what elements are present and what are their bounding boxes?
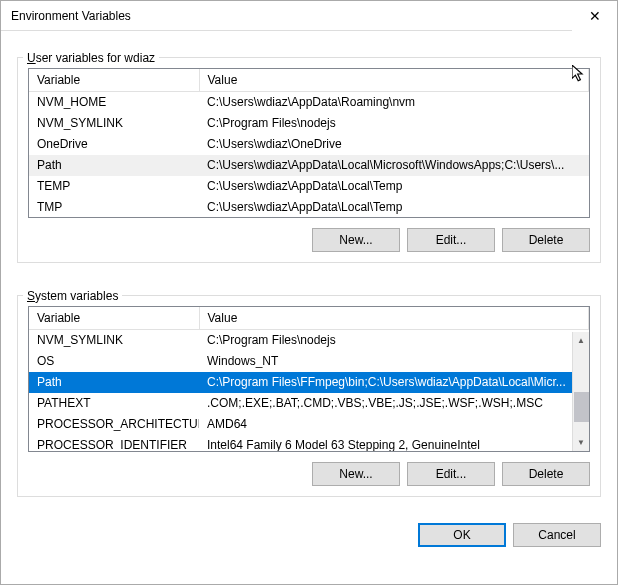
cell-val: C:\Users\wdiaz\AppData\Local\Microsoft\W… [199, 155, 589, 176]
system-scrollbar[interactable]: ▲ ▼ [572, 332, 589, 451]
sys-col-header-val[interactable]: Value [199, 307, 589, 330]
cell-var: PATHEXT [29, 393, 199, 414]
dialog-body: User variables for wdiaz Variable Value … [1, 31, 617, 527]
window-title: Environment Variables [11, 9, 572, 23]
user-edit-button[interactable]: Edit... [407, 228, 495, 252]
cell-val: C:\Users\wdiaz\AppData\Roaming\nvm [199, 92, 589, 114]
scroll-up-arrow-icon[interactable]: ▲ [573, 332, 589, 349]
cell-var: TEMP [29, 176, 199, 197]
table-row[interactable]: PathC:\Program Files\FFmpeg\bin;C:\Users… [29, 372, 589, 393]
table-row[interactable]: OSWindows_NT [29, 351, 589, 372]
table-row[interactable]: NVM_SYMLINKC:\Program Files\nodejs [29, 113, 589, 134]
titlebar: Environment Variables ✕ [1, 1, 617, 31]
cell-val: C:\Users\wdiaz\AppData\Local\Temp [199, 176, 589, 197]
cell-val: Intel64 Family 6 Model 63 Stepping 2, Ge… [199, 435, 589, 451]
cell-var: PROCESSOR_IDENTIFIER [29, 435, 199, 451]
system-variables-table[interactable]: Variable Value NVM_SYMLINKC:\Program Fil… [28, 306, 590, 452]
table-row[interactable]: TEMPC:\Users\wdiaz\AppData\Local\Temp [29, 176, 589, 197]
cell-var: Path [29, 372, 199, 393]
cell-val: C:\Users\wdiaz\AppData\Local\Temp [199, 197, 589, 217]
system-delete-button[interactable]: Delete [502, 462, 590, 486]
table-row[interactable]: PROCESSOR_IDENTIFIERIntel64 Family 6 Mod… [29, 435, 589, 451]
user-buttons-row: New... Edit... Delete [28, 228, 590, 252]
user-col-header-val[interactable]: Value [199, 69, 589, 92]
system-buttons-row: New... Edit... Delete [28, 462, 590, 486]
system-new-button[interactable]: New... [312, 462, 400, 486]
cell-var: Path [29, 155, 199, 176]
cell-var: OS [29, 351, 199, 372]
cancel-button[interactable]: Cancel [513, 523, 601, 547]
table-row[interactable]: PROCESSOR_ARCHITECTUREAMD64 [29, 414, 589, 435]
cell-val: C:\Users\wdiaz\OneDrive [199, 134, 589, 155]
table-row[interactable]: TMPC:\Users\wdiaz\AppData\Local\Temp [29, 197, 589, 217]
user-delete-button[interactable]: Delete [502, 228, 590, 252]
cell-var: NVM_SYMLINK [29, 330, 199, 352]
user-new-button[interactable]: New... [312, 228, 400, 252]
system-edit-button[interactable]: Edit... [407, 462, 495, 486]
table-row[interactable]: NVM_SYMLINKC:\Program Files\nodejs [29, 330, 589, 352]
sys-col-header-var[interactable]: Variable [29, 307, 199, 330]
user-variables-group: User variables for wdiaz Variable Value … [17, 43, 601, 263]
user-variables-table[interactable]: Variable Value NVM_HOMEC:\Users\wdiaz\Ap… [28, 68, 590, 218]
close-icon: ✕ [589, 8, 601, 24]
cell-var: NVM_HOME [29, 92, 199, 114]
cell-val: Windows_NT [199, 351, 589, 372]
ok-button[interactable]: OK [418, 523, 506, 547]
cell-var: OneDrive [29, 134, 199, 155]
cell-val: C:\Program Files\nodejs [199, 113, 589, 134]
close-button[interactable]: ✕ [572, 1, 617, 31]
table-row[interactable]: PATHEXT.COM;.EXE;.BAT;.CMD;.VBS;.VBE;.JS… [29, 393, 589, 414]
system-variables-group: System variables Variable Value NVM_SYML… [17, 281, 601, 497]
scroll-down-arrow-icon[interactable]: ▼ [573, 434, 589, 451]
cell-var: PROCESSOR_ARCHITECTURE [29, 414, 199, 435]
table-row[interactable]: OneDriveC:\Users\wdiaz\OneDrive [29, 134, 589, 155]
table-row[interactable]: PathC:\Users\wdiaz\AppData\Local\Microso… [29, 155, 589, 176]
scrollbar-thumb[interactable] [574, 392, 589, 422]
cell-val: .COM;.EXE;.BAT;.CMD;.VBS;.VBE;.JS;.JSE;.… [199, 393, 589, 414]
cell-val: C:\Program Files\FFmpeg\bin;C:\Users\wdi… [199, 372, 589, 393]
user-variables-label: User variables for wdiaz [23, 51, 159, 65]
cell-val: C:\Program Files\nodejs [199, 330, 589, 352]
cell-var: NVM_SYMLINK [29, 113, 199, 134]
user-col-header-var[interactable]: Variable [29, 69, 199, 92]
dialog-buttons-row: OK Cancel [1, 523, 617, 559]
system-variables-label: System variables [23, 289, 122, 303]
cell-val: AMD64 [199, 414, 589, 435]
table-row[interactable]: NVM_HOMEC:\Users\wdiaz\AppData\Roaming\n… [29, 92, 589, 114]
cell-var: TMP [29, 197, 199, 217]
